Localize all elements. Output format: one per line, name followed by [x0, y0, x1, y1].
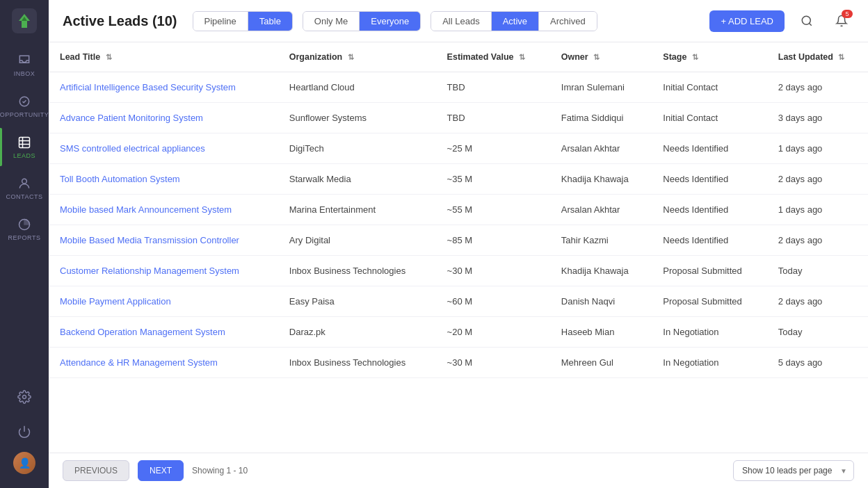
- only-me-button[interactable]: Only Me: [303, 12, 360, 31]
- cell-organization: Heartland Cloud: [278, 72, 436, 103]
- col-organization-label: Organization: [289, 52, 342, 62]
- lead-title-link[interactable]: Customer Relationship Management System: [60, 266, 239, 276]
- search-icon: [801, 15, 813, 27]
- cell-lead-title: Mobile based Mark Announcement System: [49, 195, 278, 225]
- cell-owner: Danish Naqvi: [550, 286, 652, 317]
- cell-stage: Needs Identified: [652, 225, 766, 256]
- col-stage[interactable]: Stage ⇅: [652, 42, 766, 72]
- cell-owner: Imran Sulemani: [550, 72, 652, 103]
- per-page-select: Show 10 leads per page: [733, 460, 854, 481]
- cell-owner: Fatima Siddiqui: [550, 103, 652, 133]
- col-estimated-value[interactable]: Estimated Value ⇅: [436, 42, 550, 72]
- cell-last-updated: Today: [767, 317, 868, 348]
- table-row: Attendance & HR Management System Inbox …: [49, 348, 868, 378]
- sort-icon-lead-title: ⇅: [106, 53, 112, 62]
- sidebar-item-leads[interactable]: LEADS: [0, 128, 49, 166]
- lead-title-link[interactable]: Mobile Based Media Transmission Controll…: [60, 235, 239, 245]
- per-page-dropdown[interactable]: Show 10 leads per page: [733, 460, 854, 481]
- all-leads-button[interactable]: All Leads: [431, 12, 491, 31]
- cell-lead-title: Toll Booth Automation System: [49, 164, 278, 195]
- lead-title-link[interactable]: SMS controlled electrical appliances: [60, 143, 205, 154]
- cell-owner: Khadija Khawaja: [550, 164, 652, 195]
- cell-stage: Initial Contact: [652, 103, 766, 133]
- app-logo[interactable]: [10, 7, 38, 35]
- search-button[interactable]: [794, 8, 819, 33]
- table-row: Mobile Based Media Transmission Controll…: [49, 225, 868, 256]
- col-last-updated[interactable]: Last Updated ⇅: [767, 42, 868, 72]
- sidebar-item-inbox[interactable]: INBOX: [0, 46, 49, 84]
- archived-button[interactable]: Archived: [539, 12, 597, 31]
- per-page-wrapper: Show 10 leads per page: [733, 460, 854, 481]
- previous-button[interactable]: PREVIOUS: [63, 460, 129, 481]
- everyone-button[interactable]: Everyone: [360, 12, 420, 31]
- cell-last-updated: 2 days ago: [767, 286, 868, 317]
- active-button[interactable]: Active: [492, 12, 539, 31]
- col-lead-title-label: Lead Title: [60, 52, 100, 62]
- sidebar-item-reports[interactable]: REPORTS: [0, 210, 49, 248]
- col-lead-title[interactable]: Lead Title ⇅: [49, 42, 278, 72]
- lead-title-link[interactable]: Mobile based Mark Announcement System: [60, 204, 232, 215]
- notification-button[interactable]: 5: [829, 8, 854, 33]
- avatar[interactable]: 👤: [13, 452, 35, 474]
- cell-stage: Proposal Submitted: [652, 256, 766, 286]
- avatar-initials: 👤: [19, 457, 31, 469]
- lead-title-link[interactable]: Mobile Payment Application: [60, 296, 171, 307]
- svg-point-10: [802, 16, 810, 24]
- sort-icon-stage: ⇅: [692, 53, 698, 62]
- lead-title-link[interactable]: Attendance & HR Management System: [60, 357, 218, 368]
- lead-title-link[interactable]: Artificial Intelligence Based Security S…: [60, 82, 236, 92]
- contacts-icon: [17, 176, 32, 191]
- active-indicator: [0, 128, 2, 166]
- cell-organization: Starwalk Media: [278, 164, 436, 195]
- col-owner[interactable]: Owner ⇅: [550, 42, 652, 72]
- table-body: Artificial Intelligence Based Security S…: [49, 72, 868, 378]
- lead-title-link[interactable]: Toll Booth Automation System: [60, 174, 180, 184]
- svg-rect-2: [19, 138, 30, 148]
- cell-last-updated: 5 days ago: [767, 348, 868, 378]
- status-filter: All Leads Active Archived: [431, 11, 597, 31]
- cell-organization: Ary Digital: [278, 225, 436, 256]
- cell-organization: Inbox Business Technologies: [278, 256, 436, 286]
- table-view-button[interactable]: Table: [248, 12, 292, 31]
- sidebar-item-power[interactable]: [13, 417, 35, 446]
- sidebar-nav: INBOX OPPORTUNITY LEADS: [0, 46, 49, 382]
- sidebar-item-contacts[interactable]: CONTACTS: [0, 169, 49, 207]
- inbox-icon: [17, 53, 32, 68]
- col-estimated-value-label: Estimated Value: [447, 52, 514, 62]
- cell-organization: Easy Paisa: [278, 286, 436, 317]
- sidebar-item-opportunity-label: OPPORTUNITY: [0, 111, 49, 118]
- sort-icon-owner: ⇅: [593, 53, 600, 62]
- add-lead-button[interactable]: + ADD LEAD: [709, 10, 785, 32]
- cell-last-updated: 2 days ago: [767, 164, 868, 195]
- cell-lead-title: Backend Operation Management System: [49, 317, 278, 348]
- cell-estimated-value: ~60 M: [436, 286, 550, 317]
- cell-estimated-value: TBD: [436, 103, 550, 133]
- cell-owner: Haseeb Mian: [550, 317, 652, 348]
- lead-title-link[interactable]: Backend Operation Management System: [60, 327, 225, 337]
- sidebar: INBOX OPPORTUNITY LEADS: [0, 0, 49, 488]
- cell-owner: Khadija Khawaja: [550, 256, 652, 286]
- sidebar-item-opportunity[interactable]: OPPORTUNITY: [0, 87, 49, 125]
- col-stage-label: Stage: [663, 52, 686, 62]
- pipeline-view-button[interactable]: Pipeline: [193, 12, 248, 31]
- table-row: Mobile Payment Application Easy Paisa ~6…: [49, 286, 868, 317]
- cell-lead-title: Attendance & HR Management System: [49, 348, 278, 378]
- next-button[interactable]: NEXT: [138, 460, 184, 481]
- sort-icon-estimated-value: ⇅: [519, 53, 525, 62]
- sidebar-item-contacts-label: CONTACTS: [6, 193, 43, 200]
- cell-last-updated: 1 days ago: [767, 133, 868, 164]
- power-icon: [17, 424, 32, 439]
- cell-owner: Tahir Kazmi: [550, 225, 652, 256]
- cell-last-updated: 3 days ago: [767, 103, 868, 133]
- cell-owner: Arsalan Akhtar: [550, 133, 652, 164]
- view-toggle: Pipeline Table: [193, 11, 293, 31]
- lead-title-link[interactable]: Advance Patient Monitoring System: [60, 113, 203, 123]
- cell-stage: Initial Contact: [652, 72, 766, 103]
- cell-lead-title: Mobile Payment Application: [49, 286, 278, 317]
- cell-stage: Proposal Submitted: [652, 286, 766, 317]
- sidebar-item-settings[interactable]: [13, 382, 35, 412]
- cell-last-updated: Today: [767, 256, 868, 286]
- cell-organization: Inbox Business Technologies: [278, 348, 436, 378]
- cell-lead-title: Advance Patient Monitoring System: [49, 103, 278, 133]
- col-organization[interactable]: Organization ⇅: [278, 42, 436, 72]
